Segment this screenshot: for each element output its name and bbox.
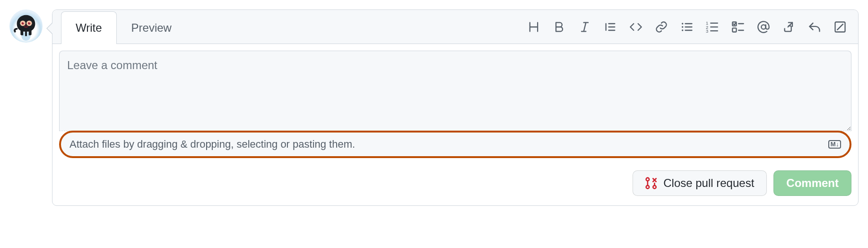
mention-icon[interactable] [757, 20, 770, 34]
svg-point-19 [761, 25, 765, 29]
close-pr-label: Close pull request [663, 177, 754, 190]
bold-icon[interactable] [553, 20, 566, 34]
svg-point-3 [22, 22, 24, 25]
svg-point-9 [682, 26, 684, 28]
reply-icon[interactable] [808, 20, 821, 34]
svg-text:3: 3 [706, 28, 708, 33]
heading-icon[interactable] [527, 20, 540, 34]
link-icon[interactable] [655, 20, 668, 34]
svg-point-10 [682, 29, 684, 31]
git-pr-closed-icon [645, 177, 658, 189]
attach-hint: Attach files by dragging & dropping, sel… [69, 138, 355, 151]
octocat-icon [11, 11, 41, 41]
unordered-list-icon[interactable] [680, 20, 694, 34]
svg-point-5 [23, 22, 24, 23]
comment-composer: Write Preview 123 Attach files by draggi… [52, 9, 859, 206]
svg-point-8 [682, 23, 684, 25]
quote-icon[interactable] [604, 20, 617, 34]
tab-bar: Write Preview 123 [52, 10, 858, 44]
svg-rect-15 [710, 26, 718, 27]
svg-point-7 [26, 25, 26, 26]
tabs: Write Preview [61, 10, 186, 44]
square-edit-icon[interactable] [833, 20, 847, 34]
footer-actions: Close pull request Comment [52, 165, 858, 205]
avatar[interactable] [9, 9, 43, 43]
formatting-toolbar: 123 [527, 10, 851, 44]
comment-button-label: Comment [786, 177, 839, 190]
close-pr-button[interactable]: Close pull request [633, 170, 767, 196]
cross-reference-icon[interactable] [782, 20, 796, 34]
editor-body: Attach files by dragging & dropping, sel… [52, 44, 858, 165]
attach-files-bar[interactable]: Attach files by dragging & dropping, sel… [59, 131, 851, 158]
tab-write[interactable]: Write [61, 11, 117, 44]
svg-rect-16 [710, 30, 718, 31]
svg-point-6 [29, 22, 30, 23]
svg-rect-18 [732, 28, 736, 32]
tab-preview[interactable]: Preview [117, 11, 186, 44]
code-icon[interactable] [629, 20, 642, 34]
comment-textarea[interactable] [59, 51, 851, 131]
svg-rect-14 [710, 22, 718, 23]
svg-point-4 [28, 22, 30, 25]
ordered-list-icon[interactable]: 123 [706, 20, 719, 34]
task-list-icon[interactable] [731, 20, 745, 34]
markdown-badge-icon[interactable]: M↓ [828, 140, 841, 149]
comment-button[interactable]: Comment [773, 170, 851, 196]
italic-icon[interactable] [578, 20, 591, 34]
